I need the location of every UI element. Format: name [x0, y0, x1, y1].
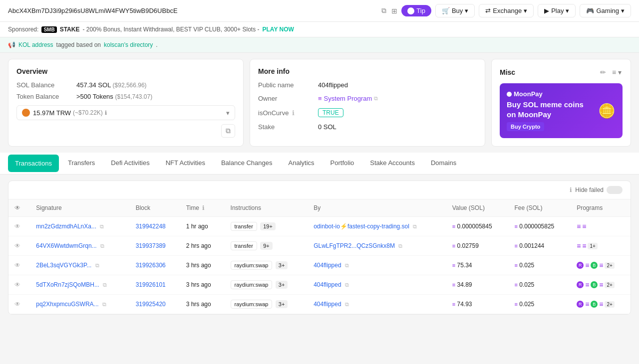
isoncurve-info-icon: ℹ	[292, 109, 295, 117]
tab-transfers[interactable]: Transfers	[61, 154, 102, 173]
tip-button[interactable]: Tip	[401, 5, 431, 16]
copy-address-icon[interactable]: ⧉	[380, 5, 387, 16]
col-block: Block	[130, 199, 180, 217]
dropdown-chevron-icon: ▾	[226, 109, 230, 117]
tab-portfolio[interactable]: Portfolio	[323, 154, 361, 173]
by-cell: GLwLFgTPR2...QCzSGnkx8M ⧉	[308, 236, 446, 256]
kolscan-link[interactable]: kolscan's directory	[104, 41, 153, 48]
token-dropdown[interactable]: 15.97M TRW (~$70.22K) ℹ ▾	[16, 105, 235, 120]
gaming-icon: 🎮	[586, 7, 594, 14]
by-link[interactable]: 404flipped	[314, 301, 341, 308]
row-eye-icon[interactable]: 👁	[14, 262, 20, 269]
table-row: 👁 5dTXoRn7zjSQoMBH... ⧉ 319926101 3 hrs …	[8, 275, 631, 295]
table-row: 👁 64VX6WwtdwmGrqn... ⧉ 319937389 2 hrs a…	[8, 236, 631, 256]
fee-sol-icon: ≡	[514, 301, 517, 307]
misc-edit-icon[interactable]: ✏	[599, 67, 607, 77]
copy-sig-icon[interactable]: ⧉	[95, 262, 99, 268]
program-lines-icon-1: ≡	[585, 300, 589, 308]
time-info-icon: ℹ	[202, 204, 205, 211]
block-link[interactable]: 319937389	[136, 242, 166, 249]
hide-failed-toggle[interactable]	[607, 186, 623, 194]
signature-link[interactable]: 2BeL3sqVGYGk3P...	[36, 262, 91, 269]
instruction-count-tag: 3+	[276, 300, 288, 308]
copy-sig-icon[interactable]: ⧉	[100, 223, 104, 229]
block-link[interactable]: 319925420	[136, 301, 166, 308]
copy-by-icon[interactable]: ⧉	[413, 223, 417, 229]
by-link[interactable]: odinbot-io⚡fastest-copy-trading.sol	[314, 223, 409, 230]
stake-label: Stake	[258, 123, 318, 131]
block-link[interactable]: 319926101	[136, 281, 166, 288]
time-cell: 3 hrs ago	[180, 256, 225, 275]
col-instructions: Instructions	[225, 199, 308, 217]
instructions-cell: raydium:swap 3+	[225, 295, 308, 314]
tab-transactions[interactable]: Transactions	[8, 155, 59, 172]
overview-title: Overview	[16, 67, 235, 75]
block-link[interactable]: 319926306	[136, 262, 166, 269]
sig-cell: pq2XhxpmcuGSWRA... ⧉	[30, 295, 129, 314]
qr-icon[interactable]: ⊞	[390, 6, 398, 16]
programs-cell: R ≡ B ≡ 2+	[571, 295, 631, 314]
copy-sig-icon[interactable]: ⧉	[103, 282, 107, 288]
misc-menu-icon[interactable]: ≡ ▾	[611, 67, 623, 77]
token-sub: (~$70.22K)	[73, 109, 103, 116]
value-cell: ≡ 34.89	[446, 275, 509, 295]
misc-ad-image: 🪙	[598, 103, 616, 119]
signature-link[interactable]: 64VX6WwtdwmGrqn...	[36, 242, 96, 249]
block-link[interactable]: 319942248	[136, 223, 166, 230]
copy-by-icon[interactable]: ⧉	[345, 262, 349, 268]
programs-count-badge: 2+	[605, 262, 614, 269]
table-row: 👁 pq2XhxpmcuGSWRA... ⧉ 319925420 3 hrs a…	[8, 295, 631, 314]
fee-amount: 0.025	[519, 262, 534, 269]
instruction-tag: raydium:swap	[231, 280, 273, 289]
block-cell: 319926101	[130, 275, 180, 295]
tab-nft-activities[interactable]: NFT Activities	[159, 154, 212, 173]
bs-icon: B	[591, 281, 598, 288]
tab-domains[interactable]: Domains	[424, 154, 463, 173]
isoncurve-label: isOnCurve ℹ	[258, 109, 318, 117]
buy-crypto-button[interactable]: Buy Crypto	[507, 122, 544, 131]
raydium-icon: R	[577, 301, 584, 308]
moreinfo-card: More info Public name 404flipped Owner ≡…	[250, 59, 485, 147]
by-link[interactable]: 404flipped	[314, 281, 341, 288]
signature-link[interactable]: pq2XhxpmcuGSWRA...	[36, 301, 98, 308]
row-eye-icon[interactable]: 👁	[14, 242, 20, 249]
row-eye-icon[interactable]: 👁	[14, 281, 20, 288]
fee-cell: ≡ 0.025	[508, 256, 571, 275]
kol-address-link[interactable]: KOL address	[18, 41, 53, 48]
copy-sig-icon[interactable]: ⧉	[102, 301, 106, 307]
tab-balance-changes[interactable]: Balance Changes	[214, 154, 280, 173]
raydium-icon: R	[577, 262, 584, 269]
gaming-nav-button[interactable]: 🎮 Gaming ▾	[580, 4, 631, 17]
transactions-table: 👁 Signature Block Time ℹ Instructions By…	[8, 199, 631, 314]
buy-nav-button[interactable]: 🛒 Buy ▾	[435, 4, 475, 17]
tab-stake-accounts[interactable]: Stake Accounts	[363, 154, 422, 173]
raydium-icon: R	[577, 281, 584, 288]
copy-overview-icon[interactable]: ⧉	[221, 124, 235, 138]
exchange-nav-button[interactable]: ⇄ Exchange ▾	[479, 4, 534, 17]
signature-link[interactable]: 5dTXoRn7zjSQoMBH...	[36, 281, 99, 288]
copy-sig-icon[interactable]: ⧉	[100, 243, 104, 249]
signature-link[interactable]: mn2zGdzmdhALnXa...	[36, 223, 96, 230]
copy-owner-icon[interactable]: ⧉	[374, 95, 378, 102]
copy-by-icon[interactable]: ⧉	[398, 243, 402, 249]
megaphone-icon: 📢	[8, 41, 15, 48]
misc-title: Misc	[500, 68, 515, 76]
by-link[interactable]: 404flipped	[314, 262, 341, 269]
col-time: Time ℹ	[180, 199, 225, 217]
by-link[interactable]: GLwLFgTPR2...QCzSGnkx8M	[314, 242, 395, 249]
copy-by-icon[interactable]: ⧉	[345, 282, 349, 288]
play-now-link[interactable]: PLAY NOW	[262, 26, 294, 33]
programs-icons: R ≡ B ≡ 2+	[577, 281, 625, 289]
sig-cell: 64VX6WwtdwmGrqn... ⧉	[30, 236, 129, 256]
value-sol-icon: ≡	[452, 282, 455, 288]
tab-defi-activities[interactable]: Defi Activities	[104, 154, 156, 173]
tab-analytics[interactable]: Analytics	[282, 154, 321, 173]
value-cell: ≡ 74.93	[446, 295, 509, 314]
owner-link[interactable]: ≡ System Program ⧉	[318, 95, 378, 102]
copy-by-icon[interactable]: ⧉	[345, 301, 349, 307]
block-cell: 319937389	[130, 236, 180, 256]
row-eye-icon[interactable]: 👁	[14, 301, 20, 308]
play-nav-button[interactable]: ▶ Play ▾	[538, 4, 576, 17]
row-eye-icon[interactable]: 👁	[14, 223, 20, 230]
fee-amount: 0.025	[519, 281, 534, 288]
